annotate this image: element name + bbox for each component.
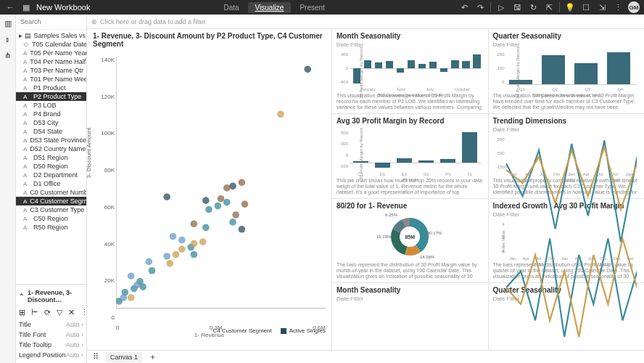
insight-card[interactable]: 80/20 for 1- Revenue40.17%14.06%6.25%12.…	[332, 199, 488, 283]
filter-icon[interactable]: ▽	[57, 306, 62, 318]
prop-label: Title	[19, 321, 31, 328]
expand-icon[interactable]: ⌃	[19, 293, 25, 300]
field-item[interactable]: AT01 Per Name Week	[16, 75, 86, 83]
svg-point-12	[205, 206, 212, 213]
field-item[interactable]: AP4 Brand	[16, 110, 86, 118]
field-item[interactable]: AD1 Office	[16, 179, 86, 188]
insight-card[interactable]: Month SeasonalityDate Filter	[332, 283, 488, 350]
card-title: Trending Dimensions	[493, 117, 640, 125]
undo-icon[interactable]: ↶	[458, 1, 470, 13]
canvas-tab[interactable]: Canvas 1	[106, 352, 142, 362]
topbar: ← ▦ New Workbook Data Visualize Present …	[0, 0, 644, 15]
svg-point-19	[277, 110, 284, 118]
field-item[interactable]: AP2 Product Type	[16, 92, 86, 101]
axis-icon[interactable]: ⊢	[31, 306, 38, 318]
prop-label: Title Font	[19, 331, 46, 338]
svg-point-23	[218, 195, 225, 203]
svg-point-6	[202, 224, 210, 232]
sidebar: ＋ ▸ ▤Samples Sales vs ⏲T05 Calendar Date…	[16, 15, 87, 363]
back-icon[interactable]: ←	[4, 1, 16, 13]
field-item[interactable]: AC50 Region	[16, 214, 86, 223]
bulb-icon[interactable]: 💡	[564, 1, 576, 13]
data-pane-icon[interactable]: ▥	[2, 17, 14, 29]
field-tree: ▸ ▤Samples Sales vs ⏲T05 Calendar DateAT…	[16, 30, 86, 284]
card-title: Month Seasonality	[337, 286, 484, 294]
svg-point-21	[242, 200, 249, 208]
field-item[interactable]: AP3 LOB	[16, 101, 86, 110]
prop-label: Legend Position	[19, 351, 66, 359]
search-input[interactable]	[19, 17, 87, 27]
add-canvas-icon[interactable]: ＋	[146, 351, 158, 363]
grammar-panel: ⌃1- Revenue, 3- Discount… ⊞ ⊢ ⟳ ▽ ✕ ⋮ Ti…	[16, 284, 86, 363]
card-desc: The bars represent the distribution of 3…	[337, 262, 484, 280]
svg-point-34	[239, 226, 246, 233]
field-item[interactable]: AD54 State	[16, 127, 86, 136]
field-item[interactable]: AD53 City	[16, 118, 86, 127]
field-item[interactable]: AT03 Per Name Qtr	[16, 66, 86, 75]
field-item[interactable]: AD51 Region	[16, 153, 86, 162]
svg-point-20	[232, 211, 239, 219]
avatar[interactable]: GM	[628, 1, 640, 13]
svg-point-27	[120, 294, 128, 301]
grip-icon[interactable]: ⠿	[90, 351, 102, 363]
field-item[interactable]: AC3 Customer Type	[16, 205, 86, 214]
svg-point-5	[229, 219, 236, 226]
insight-card[interactable]: Quarter SeasonalityDate Filter30 Profit …	[489, 29, 645, 113]
canvas-area: ⊕ Click here or drag data to add a filte…	[87, 15, 644, 363]
field-item[interactable]: AD53 State Province	[16, 136, 86, 144]
prop-value[interactable]: Auto ›	[66, 351, 83, 359]
field-item[interactable]: AC4 Customer Segme…	[16, 197, 86, 205]
prop-value[interactable]: Auto ›	[66, 341, 83, 348]
prop-value[interactable]: Auto ›	[66, 331, 83, 338]
more-icon[interactable]: ⋮	[80, 306, 87, 318]
tab-visualize[interactable]: Visualize	[248, 2, 292, 13]
insight-card[interactable]: Trending DimensionsDate Filter500-500-15…	[489, 114, 645, 198]
bookmark-icon[interactable]: ☐	[580, 1, 592, 13]
insight-card[interactable]: Avg 30 Profit Margin by Record30 Profit …	[332, 114, 488, 198]
svg-point-11	[191, 251, 198, 258]
viz-name: 1- Revenue, 3- Discount…	[28, 289, 83, 303]
card-title: 80/20 for 1- Revenue	[337, 202, 484, 210]
svg-point-13	[166, 260, 173, 267]
field-item[interactable]: AD2 Department	[16, 171, 86, 179]
filter-plus-icon[interactable]: ⊕	[91, 18, 97, 25]
transpose-icon[interactable]: ⟳	[44, 306, 51, 318]
chart-pane-icon[interactable]: ⫾	[2, 33, 14, 45]
analytics-pane-icon[interactable]: ⋔	[2, 49, 14, 61]
field-item[interactable]: ⏲T05 Calendar Date	[16, 40, 86, 49]
field-item[interactable]: AT04 Per Name Half	[16, 57, 86, 66]
mode-tabs: Data Visualize Present	[90, 2, 458, 13]
menu-icon[interactable]: ⋮	[612, 1, 624, 13]
workbook-icon: ▦	[20, 1, 32, 13]
share-icon[interactable]: ⇲	[596, 1, 608, 13]
field-item[interactable]: AT05 Per Name Year	[16, 49, 86, 57]
legend-title: C4 Customer Segment	[212, 327, 271, 334]
svg-point-31	[163, 253, 170, 260]
export-icon[interactable]: ⇱	[543, 1, 555, 13]
svg-point-32	[170, 233, 177, 240]
tab-data[interactable]: Data	[216, 2, 246, 13]
field-item[interactable]: AR50 Region	[16, 223, 86, 232]
card-chart: 30 Profit Margin by Record4000-400Januar…	[337, 49, 484, 91]
play-icon[interactable]: ▷	[495, 1, 507, 13]
field-item[interactable]: AC0 Customer Numbe…	[16, 188, 86, 197]
svg-point-8	[223, 199, 231, 206]
field-item[interactable]: AP1 Product	[16, 83, 86, 92]
refresh-icon[interactable]: ↻	[527, 1, 539, 13]
field-item[interactable]: AD52 Country Name	[16, 144, 86, 153]
color-icon[interactable]: ✕	[68, 306, 75, 318]
redo-icon[interactable]: ↷	[474, 1, 486, 13]
divider	[559, 2, 560, 12]
filter-bar[interactable]: ⊕ Click here or drag data to add a filte…	[87, 15, 644, 29]
prop-value[interactable]: Auto ›	[66, 321, 83, 328]
dataset-root[interactable]: ▸ ▤Samples Sales vs	[16, 31, 86, 40]
divider	[490, 2, 491, 12]
save-icon[interactable]: 🖫	[511, 1, 523, 13]
scatter-panel: 1- Revenue, 3- Discount Amount by P2 Pro…	[87, 29, 332, 350]
tab-present[interactable]: Present	[292, 2, 331, 13]
pivot-icon[interactable]: ⊞	[19, 306, 25, 318]
scatter-chart[interactable]: 3- Discount Amount 140K120K100K80K60K40K…	[87, 51, 331, 350]
insight-card[interactable]: Month SeasonalityDate Filter30 Profit Ma…	[332, 29, 488, 113]
svg-point-22	[223, 184, 231, 192]
field-item[interactable]: AD50 Region	[16, 162, 86, 171]
